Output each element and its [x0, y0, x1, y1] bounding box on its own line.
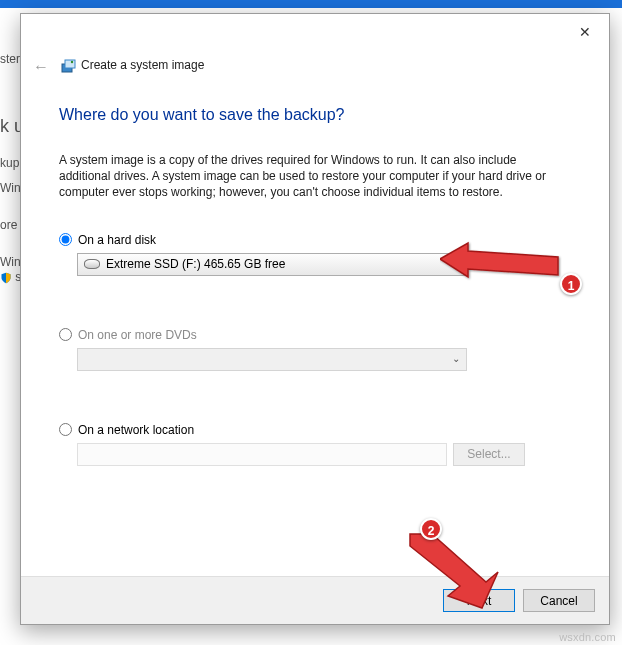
radio-network-label: On a network location [78, 423, 194, 437]
select-network-button: Select... [453, 443, 525, 466]
dialog-footer: Next Cancel [21, 576, 609, 624]
option-dvd: On one or more DVDs ⌄ [59, 328, 571, 371]
next-button[interactable]: Next [443, 589, 515, 612]
background-titlebar [0, 0, 622, 8]
option-network: On a network location Select... [59, 423, 571, 466]
bg-text: ster [0, 52, 20, 66]
system-image-icon [61, 58, 77, 74]
shield-icon [0, 272, 12, 284]
bg-text: ore [0, 218, 17, 232]
bg-text: Win [0, 181, 21, 195]
dialog-title: Create a system image [81, 58, 204, 72]
radio-hard-disk[interactable]: On a hard disk [59, 233, 571, 247]
radio-network[interactable]: On a network location [59, 423, 571, 437]
back-button[interactable]: ← [31, 58, 51, 78]
network-path-input [77, 443, 447, 466]
svg-point-2 [71, 61, 73, 63]
hard-disk-icon [84, 259, 100, 269]
annotation-badge-2: 2 [420, 518, 442, 540]
radio-network-input[interactable] [59, 423, 72, 436]
option-hard-disk: On a hard disk Extreme SSD (F:) 465.65 G… [59, 233, 571, 276]
radio-dvd[interactable]: On one or more DVDs [59, 328, 571, 342]
watermark: wsxdn.com [559, 631, 616, 643]
radio-dvd-label: On one or more DVDs [78, 328, 197, 342]
dialog-body: Where do you want to save the backup? A … [59, 106, 571, 508]
radio-dvd-input[interactable] [59, 328, 72, 341]
chevron-down-icon: ⌄ [452, 353, 460, 364]
close-button[interactable]: ✕ [571, 22, 599, 44]
description-text: A system image is a copy of the drives r… [59, 152, 571, 201]
drive-dropdown[interactable]: Extreme SSD (F:) 465.65 GB free ⌄ [77, 253, 467, 276]
page-heading: Where do you want to save the backup? [59, 106, 571, 124]
create-system-image-dialog: ✕ ← Create a system image Where do you w… [20, 13, 610, 625]
cancel-button[interactable]: Cancel [523, 589, 595, 612]
annotation-badge-1: 1 [560, 273, 582, 295]
dvd-dropdown: ⌄ [77, 348, 467, 371]
drive-dropdown-value: Extreme SSD (F:) 465.65 GB free [106, 257, 285, 271]
svg-rect-1 [65, 60, 75, 68]
radio-hard-disk-input[interactable] [59, 233, 72, 246]
radio-hard-disk-label: On a hard disk [78, 233, 156, 247]
bg-text: kup [0, 156, 19, 170]
bg-text: Win [0, 255, 21, 269]
bg-text: s [0, 270, 21, 284]
chevron-down-icon: ⌄ [452, 258, 460, 269]
